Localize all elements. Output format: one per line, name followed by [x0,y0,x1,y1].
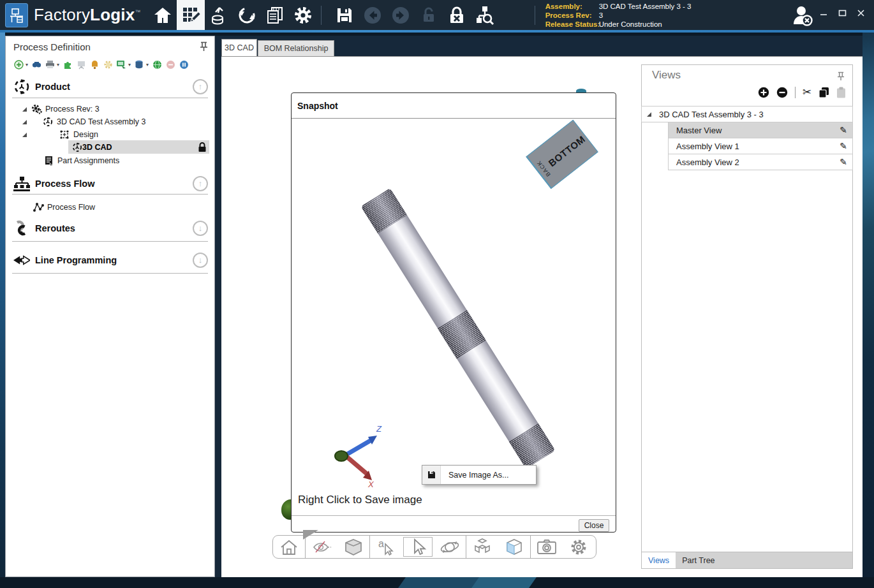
explode-view-icon[interactable] [466,536,498,558]
axis-z-label: Z [376,424,382,434]
settings-icon[interactable] [289,0,317,30]
lock-close-icon[interactable] [443,0,471,30]
section-line-programming[interactable]: Line Programming ↓ [6,251,216,270]
pause-icon[interactable] [179,59,189,70]
remove-view-icon[interactable] [776,87,788,98]
save-hint-text: Right Click to Save image [298,494,422,506]
hide-dropdown-arrow [303,530,318,540]
cad-viewport[interactable]: Snapshot BACK BOTTOM [221,56,863,577]
materials-icon[interactable] [205,0,233,30]
maximize-button[interactable] [838,9,847,17]
cut-icon[interactable]: ✂ [803,87,811,98]
tab-part-tree[interactable]: Part Tree [676,552,721,568]
section-product[interactable]: Product ↑ [6,77,216,96]
expander-icon[interactable] [22,133,27,137]
tree-item-process-flow[interactable]: Process Flow [33,201,95,214]
expand-down-icon[interactable]: ↓ [193,253,208,268]
presentation-icon[interactable] [76,59,86,70]
tab-views[interactable]: Views [642,552,676,568]
back-icon[interactable] [359,0,387,30]
web-icon[interactable] [152,59,162,70]
section-label: Process Flow [35,179,94,189]
expand-down-icon[interactable]: ↓ [193,221,208,236]
expander-icon[interactable] [22,107,27,112]
tree-item-3d-cad-selected[interactable]: 3D CAD [68,140,209,154]
unlock-icon[interactable] [415,0,443,30]
notify-icon[interactable] [89,59,100,70]
edit-pencil-icon[interactable]: ✎ [840,141,847,151]
solid-view-icon[interactable] [337,536,369,558]
snapshot-scene[interactable]: BACK BOTTOM Z X [292,119,616,489]
section-process-flow[interactable]: Process Flow ↑ [6,174,216,193]
view-row-assembly-1[interactable]: Assembly View 1 ✎ [668,138,853,154]
tree-item-design[interactable]: Design [22,128,98,141]
window-frame-right [863,33,874,577]
plugin-icon[interactable] [63,59,73,70]
documents-icon[interactable] [261,0,289,30]
view-row-assembly-2[interactable]: Assembly View 2 ✎ [668,154,853,170]
factorylogix-logo-icon [5,3,28,27]
view-row-master[interactable]: Master View ✎ [668,122,853,138]
copy-icon[interactable] [818,87,829,98]
home-icon[interactable] [149,0,177,30]
application-window: FactoryLogix™ [0,0,874,588]
chevron-down-icon[interactable]: ▾ [26,62,28,68]
close-button[interactable]: Close [579,519,609,532]
orbit-rotate-icon[interactable] [434,536,466,558]
title-bar: FactoryLogix™ [0,0,874,30]
pin-icon[interactable] [200,41,208,52]
add-view-icon[interactable] [758,87,769,98]
edit-pencil-icon[interactable]: ✎ [840,125,847,135]
database-icon[interactable] [134,59,144,70]
section-reroutes[interactable]: Reroutes ↓ [6,219,216,238]
close-button[interactable] [857,9,865,17]
edit-pencil-icon[interactable]: ✎ [840,157,847,167]
isometric-view-icon[interactable] [498,536,530,558]
sync-icon[interactable] [233,0,261,30]
tab-3d-cad[interactable]: 3D CAD [221,39,257,56]
minimize-button[interactable] [820,9,828,17]
section-label: Line Programming [35,255,117,265]
views-panel-title: Views [652,69,681,82]
text-select-icon[interactable]: a [370,536,402,558]
remove-icon[interactable] [165,59,175,70]
tab-bom-relationship[interactable]: BOM Relationship [258,40,334,56]
viewer-toolbar: a [272,535,596,559]
window-frame-bottom [0,577,874,588]
paste-icon[interactable] [836,87,846,98]
print-icon[interactable] [45,59,55,70]
select-cursor-icon[interactable] [402,536,434,558]
process-rev-label: Process Rev: [545,11,599,20]
export-icon[interactable] [116,59,126,70]
flow-search-icon[interactable] [471,0,499,30]
process-panel-toolbar: ▾ ▾ ▾ ▾ [13,59,189,70]
save-icon[interactable] [330,0,359,30]
tree-item-part-assignments[interactable]: Part Assignments [43,154,119,167]
process-definition-icon[interactable] [177,0,205,30]
views-tree-root[interactable]: 3D CAD Test Assembly 3 - 3 [641,106,853,122]
tree-item-process-rev[interactable]: Process Rev: 3 [22,103,100,115]
process-rev-value: 3 [599,11,603,20]
expander-icon[interactable] [22,120,27,124]
collapse-up-icon[interactable]: ↑ [193,79,208,94]
viewer-settings-icon[interactable] [563,536,595,558]
context-menu-item-save-image[interactable]: Save Image As... [441,466,536,484]
forward-icon[interactable] [387,0,415,30]
gears-icon [31,104,42,114]
chevron-down-icon[interactable]: ▾ [146,62,149,68]
tree-item-assembly[interactable]: 3D CAD Test Assembly 3 [22,115,145,128]
expander-icon[interactable] [647,112,651,117]
camera-snapshot-icon[interactable] [531,536,563,558]
configure-icon[interactable] [103,59,113,70]
pin-icon[interactable] [838,71,845,81]
lock-icon [198,142,207,152]
add-icon[interactable] [13,59,24,70]
collapse-up-icon[interactable]: ↑ [193,176,208,191]
snapshot-dialog: Snapshot BACK BOTTOM [291,92,616,533]
find-icon[interactable] [31,59,41,70]
chevron-down-icon[interactable]: ▾ [128,62,131,68]
part-assignments-icon [43,156,54,166]
viewer-home-icon[interactable] [273,536,305,558]
user-logout-icon[interactable] [790,4,815,27]
chevron-down-icon[interactable]: ▾ [57,62,59,68]
